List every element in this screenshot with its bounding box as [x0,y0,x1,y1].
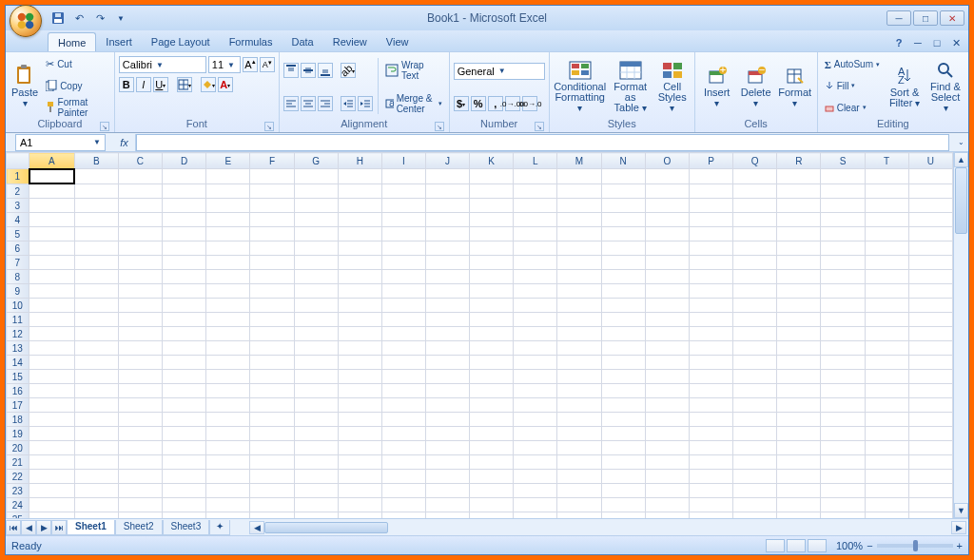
align-right-button[interactable] [318,96,333,111]
cell[interactable] [601,313,645,327]
paste-button[interactable]: Paste ▾ [10,54,40,118]
cell[interactable] [514,241,557,256]
column-header[interactable]: G [294,153,338,169]
cell[interactable] [470,441,514,455]
cell[interactable] [514,199,557,213]
cell[interactable] [381,455,425,470]
row-header[interactable]: 11 [7,313,29,327]
cell[interactable] [425,498,469,512]
cell[interactable] [689,427,732,441]
clear-button[interactable]: Clear▾ [822,98,883,117]
cell[interactable] [601,256,645,270]
cell[interactable] [908,341,952,356]
sheet-nav-first[interactable]: ⏮ [6,520,21,535]
cell[interactable] [29,427,74,441]
cell[interactable] [294,413,338,427]
cell[interactable] [250,299,294,313]
cell[interactable] [163,427,206,441]
cell[interactable] [250,227,294,241]
cell[interactable] [381,370,425,384]
cell[interactable] [865,398,908,413]
cell[interactable] [74,284,118,299]
cell[interactable] [206,241,250,256]
select-all-corner[interactable] [7,153,29,169]
cell[interactable] [294,327,338,341]
cell[interactable] [908,256,952,270]
cell[interactable] [29,498,74,512]
cell[interactable] [821,413,865,427]
cell[interactable] [425,199,469,213]
insert-cells-button[interactable]: + Insert ▾ [699,54,735,118]
cell[interactable] [470,184,514,199]
grid[interactable]: ABCDEFGHIJKLMNOPQRSTU1234567891011121314… [6,152,953,518]
cell[interactable] [557,455,601,470]
column-header[interactable]: R [777,153,821,169]
row-header[interactable]: 2 [7,184,29,199]
cell[interactable] [733,484,777,498]
cell[interactable] [557,470,601,484]
cell[interactable] [777,384,821,398]
cell[interactable] [381,512,425,519]
column-header[interactable]: S [821,153,865,169]
cell[interactable] [338,413,381,427]
cell[interactable] [645,484,689,498]
cell[interactable] [601,470,645,484]
percent-button[interactable]: % [471,96,486,111]
cell[interactable] [338,256,381,270]
cell[interactable] [425,341,469,356]
cut-button[interactable]: ✂Cut [43,55,110,74]
cell[interactable] [118,199,162,213]
maximize-button[interactable]: □ [913,10,938,26]
cell[interactable] [733,441,777,455]
font-color-button[interactable]: A▾ [218,77,233,92]
scroll-right-button[interactable]: ▶ [951,521,966,534]
cell[interactable] [381,327,425,341]
cell[interactable] [294,341,338,356]
accounting-format-button[interactable]: $▾ [454,96,469,111]
cell[interactable] [908,498,952,512]
cell[interactable] [557,241,601,256]
cell[interactable] [338,270,381,284]
cell[interactable] [645,512,689,519]
delete-cells-button[interactable]: − Delete ▾ [738,54,774,118]
cell[interactable] [645,184,689,199]
cell[interactable] [425,327,469,341]
cell[interactable] [777,498,821,512]
cell[interactable] [294,356,338,370]
cell[interactable] [514,356,557,370]
row-header[interactable]: 17 [7,398,29,413]
cell[interactable] [470,284,514,299]
cell[interactable] [163,213,206,227]
cell[interactable] [74,427,118,441]
cell[interactable] [470,455,514,470]
cell[interactable] [338,284,381,299]
cell[interactable] [733,498,777,512]
cell[interactable] [425,227,469,241]
cell[interactable] [29,284,74,299]
cell[interactable] [557,227,601,241]
sheet-nav-next[interactable]: ▶ [36,520,51,535]
cell[interactable] [163,313,206,327]
cell[interactable] [206,356,250,370]
fill-color-button[interactable]: ▾ [201,77,216,92]
cell[interactable] [514,256,557,270]
row-header[interactable]: 19 [7,427,29,441]
column-header[interactable]: C [118,153,162,169]
cell[interactable] [645,427,689,441]
cell[interactable] [557,270,601,284]
cell[interactable] [821,356,865,370]
cell[interactable] [425,169,469,184]
cell[interactable] [206,213,250,227]
cell[interactable] [557,299,601,313]
cell[interactable] [425,427,469,441]
name-box-input[interactable] [20,137,87,148]
redo-icon[interactable]: ↷ [91,10,108,27]
cell[interactable] [29,370,74,384]
cell[interactable] [514,169,557,184]
cell[interactable] [689,184,732,199]
cell[interactable] [206,270,250,284]
cell[interactable] [250,270,294,284]
normal-view-button[interactable] [766,539,785,552]
row-header[interactable]: 1 [7,169,29,184]
cell[interactable] [865,199,908,213]
